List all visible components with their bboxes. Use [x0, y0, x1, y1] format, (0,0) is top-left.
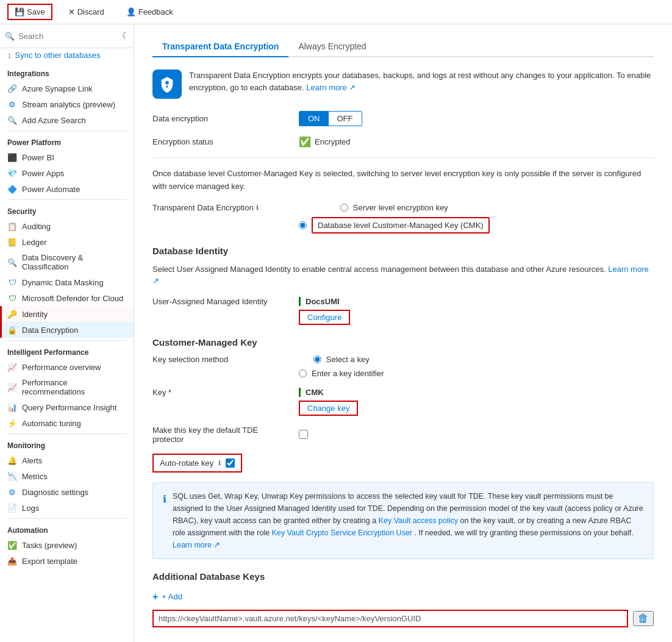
radio-server-level[interactable]: Server level encryption key: [340, 203, 448, 212]
radio-select-key[interactable]: Select a key: [313, 355, 370, 364]
performance-overview-icon: 📈: [7, 362, 17, 372]
auto-rotate-box: Auto-rotate key ℹ: [152, 454, 242, 473]
dynamic-masking-icon: 🛡: [7, 277, 17, 287]
key-selection-label: Key selection method: [152, 355, 287, 364]
discard-button[interactable]: ✕ Discard: [62, 5, 110, 19]
sidebar-item-power-bi[interactable]: ⬛ Power BI: [0, 149, 134, 165]
performance-recommendations-icon: 📈: [7, 382, 17, 392]
learn-more-link[interactable]: Learn more ↗: [306, 83, 356, 92]
sync-to-databases[interactable]: ↕ Sync to other databases: [0, 48, 134, 65]
export-icon: 📤: [7, 556, 17, 566]
sidebar-item-data-encryption[interactable]: 🔒 Data Encryption: [0, 322, 134, 338]
sidebar-item-tasks[interactable]: ✅ Tasks (preview): [0, 537, 134, 553]
customer-managed-key-header: Customer-Managed Key: [152, 337, 654, 348]
sidebar-item-data-discovery[interactable]: 🔍 Data Discovery & Classification: [0, 250, 134, 274]
radio-database-level[interactable]: Database level Customer-Managed Key (CMK…: [299, 217, 490, 234]
content-area: Transparent Data Encryption Always Encry…: [134, 24, 672, 642]
sidebar-item-power-apps[interactable]: 💎 Power Apps: [0, 165, 134, 181]
key-row: Key * CMK Change key: [152, 388, 654, 416]
collapse-sidebar-button[interactable]: 《: [115, 28, 129, 44]
sidebar-item-add-azure-search[interactable]: 🔍 Add Azure Search: [0, 112, 134, 128]
auto-rotate-label: Auto-rotate key: [160, 458, 213, 468]
identity-value: DocsUMI: [299, 297, 350, 306]
sidebar-item-performance-recommendations[interactable]: 📈 Performance recommendations: [0, 375, 134, 399]
sidebar-item-power-automate[interactable]: 🔷 Power Automate: [0, 181, 134, 197]
key-selection-method-row: Key selection method Select a key Enter …: [152, 355, 654, 378]
auto-tuning-icon: ⚡: [7, 418, 17, 428]
make-default-tde-label: Make this key the default TDE protector: [152, 426, 287, 444]
auto-rotate-tooltip-icon: ℹ: [218, 459, 221, 467]
encryption-banner-icon: [152, 70, 182, 99]
radio-database-level-input[interactable]: [299, 221, 307, 229]
sidebar-item-ledger[interactable]: 📒 Ledger: [0, 234, 134, 250]
key-vault-crypto-link[interactable]: Key Vault Crypto Service Encryption User: [272, 529, 412, 537]
database-identity-info: Select User Assigned Managed Identity to…: [152, 263, 654, 287]
managed-identity-value-group: DocsUMI Configure: [299, 297, 350, 325]
sync-icon: ↕: [7, 51, 12, 60]
sidebar-item-auditing[interactable]: 📋 Auditing: [0, 218, 134, 234]
toggle-off-button[interactable]: OFF: [329, 112, 362, 126]
sidebar-item-performance-overview[interactable]: 📈 Performance overview: [0, 359, 134, 375]
search-input[interactable]: [18, 32, 113, 41]
delete-icon: 🗑: [638, 612, 649, 624]
delete-url-button[interactable]: 🗑: [633, 611, 654, 626]
add-button[interactable]: + + Add: [152, 589, 182, 605]
sidebar-item-stream-analytics[interactable]: ⚙ Stream analytics (preview): [0, 96, 134, 112]
encryption-icon: 🔒: [7, 325, 17, 335]
toggle-on-button[interactable]: ON: [299, 112, 329, 126]
data-encryption-row: Data encryption ON OFF: [152, 111, 654, 126]
sidebar-item-automatic-tuning[interactable]: ⚡ Automatic tuning: [0, 415, 134, 431]
power-automate-icon: 🔷: [7, 184, 17, 194]
info-banner: Transparent Data Encryption encrypts you…: [152, 70, 654, 99]
sidebar-item-dynamic-data-masking[interactable]: 🛡 Dynamic Data Masking: [0, 274, 134, 290]
radio-selected-box: Database level Customer-Managed Key (CMK…: [312, 217, 490, 234]
section-integrations: Integrations: [0, 65, 134, 80]
key-vault-access-policy-link[interactable]: Key Vault access policy: [379, 516, 458, 525]
feedback-button[interactable]: 👤 Feedback: [120, 5, 179, 19]
data-encryption-toggle: ON OFF: [299, 111, 362, 126]
tab-transparent-data-encryption[interactable]: Transparent Data Encryption: [152, 37, 288, 57]
sidebar-item-diagnostic-settings[interactable]: ⚙ Diagnostic settings: [0, 484, 134, 500]
make-default-tde-row: Make this key the default TDE protector: [152, 426, 654, 444]
feedback-icon: 👤: [126, 7, 136, 16]
status-encrypted: ✅ Encrypted: [299, 136, 351, 148]
managed-identity-row: User-Assigned Managed Identity DocsUMI C…: [152, 297, 654, 325]
change-key-button[interactable]: Change key: [299, 401, 358, 416]
cmk-info-text: Once database level Customer-Managed Key…: [152, 168, 654, 193]
sidebar-item-identity[interactable]: 🔑 Identity: [0, 306, 134, 322]
encryption-status-row: Encryption status ✅ Encrypted: [152, 136, 654, 148]
radio-server-level-input[interactable]: [340, 204, 348, 212]
sql-info-box: ℹ SQL uses Get, Wrap Key, Unwrap Key per…: [152, 482, 654, 559]
discard-icon: ✕: [68, 7, 75, 16]
search-icon: 🔍: [5, 32, 15, 41]
save-button[interactable]: 💾 Save: [7, 4, 52, 20]
sidebar-item-query-performance[interactable]: 📊 Query Performance Insight: [0, 399, 134, 415]
section-power-platform: Power Platform: [0, 134, 134, 149]
data-encryption-label: Data encryption: [152, 114, 287, 123]
tde-label: Transparent Data Encryption ℹ: [152, 203, 287, 212]
ledger-icon: 📒: [7, 237, 17, 247]
configure-button[interactable]: Configure: [299, 310, 350, 325]
sidebar-item-azure-synapse-link[interactable]: 🔗 Azure Synapse Link: [0, 80, 134, 96]
make-default-tde-checkbox-input[interactable]: [299, 430, 308, 439]
tab-always-encrypted[interactable]: Always Encrypted: [288, 37, 376, 57]
data-discovery-icon: 🔍: [7, 257, 17, 267]
tabs-bar: Transparent Data Encryption Always Encry…: [152, 37, 654, 57]
sidebar-item-microsoft-defender[interactable]: 🛡 Microsoft Defender for Cloud: [0, 290, 134, 306]
auto-rotate-checkbox[interactable]: [226, 458, 235, 468]
additional-database-keys-header: Additional Database Keys: [152, 571, 654, 582]
sidebar-item-alerts[interactable]: 🔔 Alerts: [0, 452, 134, 468]
banner-text: Transparent Data Encryption encrypts you…: [189, 70, 654, 93]
tde-field-row: Transparent Data Encryption ℹ Server lev…: [152, 203, 654, 234]
sidebar-item-logs[interactable]: 📄 Logs: [0, 500, 134, 516]
auto-rotate-row: Auto-rotate key ℹ: [152, 454, 654, 473]
radio-enter-key-identifier[interactable]: Enter a key identifier: [299, 369, 384, 378]
stream-analytics-icon: ⚙: [7, 99, 17, 109]
learn-more-sql-link[interactable]: Learn more ↗: [173, 541, 220, 549]
url-input[interactable]: [152, 610, 628, 627]
query-perf-icon: 📊: [7, 402, 17, 412]
radio-select-key-input[interactable]: [313, 355, 321, 363]
radio-enter-identifier-input[interactable]: [299, 369, 307, 377]
sidebar-item-export-template[interactable]: 📤 Export template: [0, 553, 134, 569]
sidebar-item-metrics[interactable]: 📉 Metrics: [0, 468, 134, 484]
